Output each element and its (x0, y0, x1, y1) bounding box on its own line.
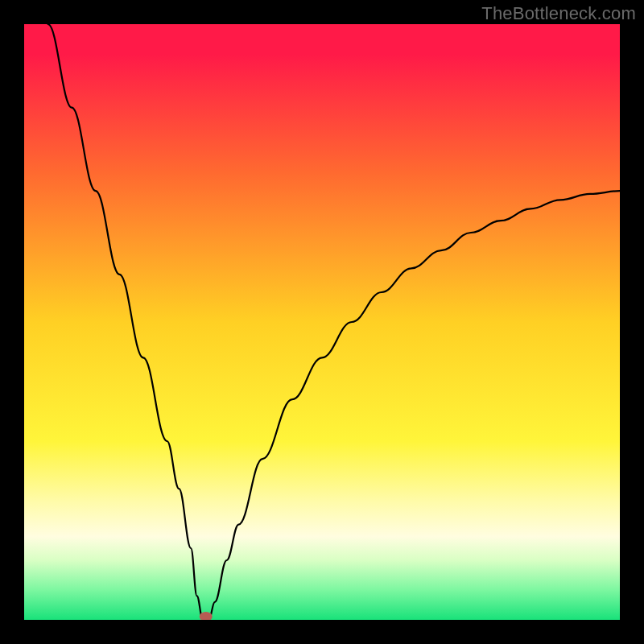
chart-frame: TheBottleneck.com (0, 0, 644, 644)
plot-area (24, 24, 620, 620)
watermark-text: TheBottleneck.com (481, 3, 636, 24)
chart-svg (24, 24, 620, 620)
gradient-background (24, 24, 620, 620)
